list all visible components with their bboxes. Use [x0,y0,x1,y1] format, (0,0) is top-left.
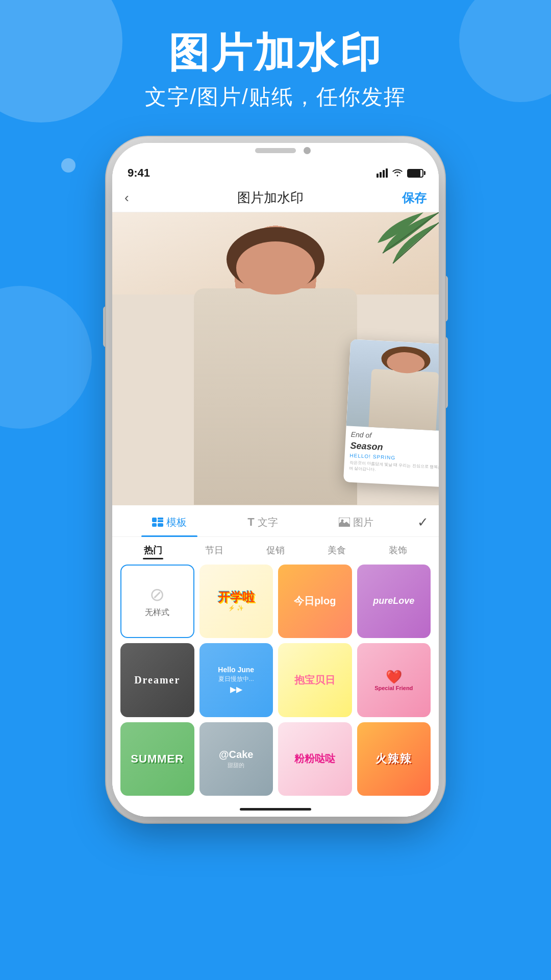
sticker-kaixin-sub: ⚡ ✨ [218,605,255,611]
sticker-love[interactable]: pureLove [357,565,431,639]
category-row: 热门 节日 促销 美食 装饰 [112,537,439,565]
nav-title: 图片加水印 [145,189,396,207]
sticker-hello[interactable]: Hello June 夏日慢放中... ▶▶ [199,643,273,717]
tab-image[interactable]: 图片 [310,512,403,532]
sticker-grid: ⊘ 无样式 开学啦 ⚡ ✨ 今日plog [112,565,439,804]
notch [224,143,327,161]
category-decor[interactable]: 装饰 [367,544,429,559]
bottom-panel: 模板 T 文字 图片 ✓ [112,505,439,817]
header-title: 图片加水印 [0,31,551,76]
sticker-hello-sub: 夏日慢放中... [218,675,254,683]
category-promo[interactable]: 促销 [245,544,306,559]
sticker-baobei-text: 抱宝贝日 [291,670,338,690]
plant-decoration [362,212,439,279]
home-bar [240,808,311,811]
sticker-pink-text: 粉粉哒哒 [291,749,338,769]
sticker-hot-text: 火辣辣 [375,751,412,767]
tab-template[interactable]: 模板 [122,512,216,532]
sticker-hello-text: Hello June [218,666,254,674]
home-indicator-area [112,804,439,817]
template-icon [152,518,163,527]
image-tab-icon [339,518,350,527]
svg-rect-6 [158,523,163,527]
sticker-plog[interactable]: 今日plog [278,565,352,639]
tab-row: 模板 T 文字 图片 ✓ [112,505,439,537]
card-photo [346,339,439,431]
check-button[interactable]: ✓ [403,514,429,530]
text-tab-icon: T [247,516,254,529]
svg-rect-3 [158,518,163,520]
signal-icon [377,168,388,178]
phone-inner: 9:41 [112,143,439,817]
sticker-plog-text: 今日plog [291,591,339,611]
category-food[interactable]: 美食 [306,544,367,559]
tab-text[interactable]: T 文字 [216,512,309,532]
status-time: 9:41 [128,166,150,180]
category-hot[interactable]: 热门 [122,544,184,559]
front-camera [304,147,311,154]
svg-rect-5 [152,523,157,527]
floating-card: End of Season HELLO! SPRING 작은것이 아름답게 빛날… [343,339,439,487]
sticker-no-style[interactable]: ⊘ 无样式 [120,565,194,639]
sticker-cake-sub: 甜甜的 [219,762,253,769]
status-bar-area: 9:41 [112,143,439,184]
bg-dot [61,158,76,173]
check-icon: ✓ [417,514,429,530]
battery-icon [407,169,423,178]
tab-template-label: 模板 [166,516,187,529]
sticker-kaixin[interactable]: 开学啦 ⚡ ✨ [199,565,273,639]
sticker-baobei[interactable]: 抱宝贝日 [278,643,352,717]
person-body [194,288,357,505]
tab-text-label: 文字 [258,516,278,529]
app-navbar: ‹ 图片加水印 保存 [112,184,439,212]
back-button[interactable]: ‹ [124,190,145,206]
sticker-dreamer[interactable]: Dreamer [120,643,194,717]
sticker-hello-icon: ▶▶ [218,684,254,694]
sticker-summer[interactable]: SUMMER [120,722,194,796]
header-subtitle: 文字/图片/贴纸，任你发挥 [0,83,551,111]
photo-area: End of Season HELLO! SPRING 작은것이 아름답게 빛날… [112,212,439,505]
bg-circle-bottomleft [0,286,92,429]
person-head [236,241,315,294]
phone-frame: 9:41 [112,143,439,817]
sticker-kaixin-text: 开学啦 [218,590,255,604]
svg-rect-4 [158,520,163,522]
status-bar: 9:41 [128,161,423,180]
sticker-special-text: Special Friend [374,685,413,691]
sticker-hot[interactable]: 火辣辣 [357,722,431,796]
phone-volume-button [103,306,109,347]
category-holiday[interactable]: 节日 [184,544,245,559]
phone-mockup: 9:41 [112,143,439,837]
phone-silent-button [442,337,448,408]
header-section: 图片加水印 文字/图片/贴纸，任你发挥 [0,31,551,111]
svg-rect-2 [152,518,157,522]
sticker-special-heart: ❤️ [374,669,413,685]
sticker-love-text: pureLove [370,593,417,609]
speaker [255,148,296,153]
phone-power-button [442,276,448,322]
sticker-summer-text: SUMMER [131,752,184,766]
sticker-cake[interactable]: @Cake 甜甜的 [199,722,273,796]
wifi-icon [392,167,403,179]
sticker-special[interactable]: ❤️ Special Friend [357,643,431,717]
tab-image-label: 图片 [353,516,373,529]
sticker-cake-text: @Cake [219,749,253,761]
card-text-area: End of Season HELLO! SPRING 작은것이 아름답게 빛날… [344,426,439,480]
no-style-label: 无样式 [145,607,169,618]
status-icons [377,167,423,179]
no-style-icon: ⊘ [149,584,165,605]
save-button[interactable]: 保存 [396,190,427,206]
sticker-pink[interactable]: 粉粉哒哒 [278,722,352,796]
sticker-dreamer-text: Dreamer [134,674,180,686]
